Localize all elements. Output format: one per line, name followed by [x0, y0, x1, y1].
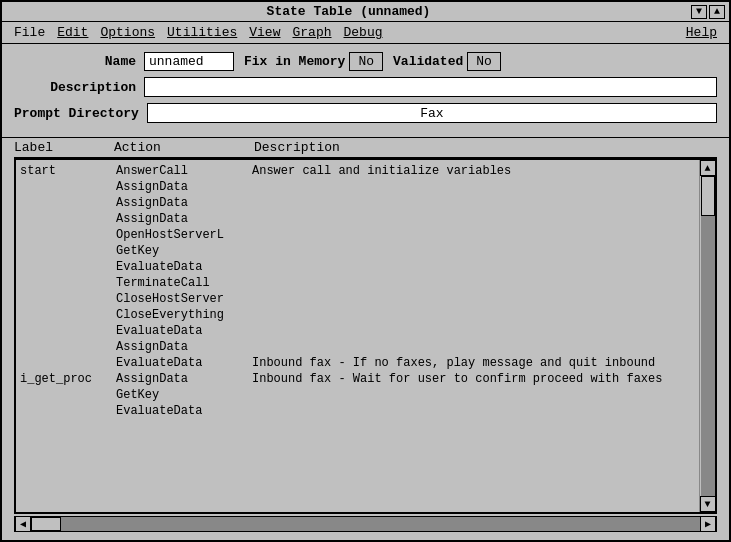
- table-row[interactable]: AssignData: [20, 180, 695, 196]
- menu-debug[interactable]: Debug: [338, 24, 389, 41]
- description-input[interactable]: [144, 77, 717, 97]
- table-row[interactable]: i_get_procAssignDataInbound fax - Wait f…: [20, 372, 695, 388]
- table-area: Label Action Description startAnswerCall…: [2, 138, 729, 540]
- table-row[interactable]: AssignData: [20, 340, 695, 356]
- menu-help[interactable]: Help: [680, 24, 723, 41]
- cell-action: EvaluateData: [116, 404, 252, 418]
- table-row[interactable]: TerminateCall: [20, 276, 695, 292]
- table-body[interactable]: startAnswerCallAnswer call and initializ…: [16, 160, 699, 512]
- table-row[interactable]: EvaluateData: [20, 260, 695, 276]
- cell-action: CloseHostServer: [116, 292, 252, 306]
- table-row[interactable]: EvaluateDataInbound fax - If no faxes, p…: [20, 356, 695, 372]
- table-row[interactable]: startAnswerCallAnswer call and initializ…: [20, 164, 695, 180]
- title-controls: ▼ ▲: [691, 5, 725, 19]
- hscroll-right-button[interactable]: ▶: [700, 516, 716, 532]
- cell-action: AssignData: [116, 180, 252, 194]
- description-row: Description: [14, 77, 717, 97]
- table-header: Label Action Description: [14, 138, 717, 158]
- scroll-down-button[interactable]: ▼: [700, 496, 716, 512]
- table-row[interactable]: CloseEverything: [20, 308, 695, 324]
- cell-label: start: [20, 164, 116, 178]
- cell-action: GetKey: [116, 388, 252, 402]
- hscroll-track[interactable]: [31, 517, 700, 531]
- scroll-track[interactable]: [701, 176, 715, 496]
- cell-action: AssignData: [116, 212, 252, 226]
- cell-description: Inbound fax - If no faxes, play message …: [252, 356, 695, 370]
- table-row[interactable]: GetKey: [20, 388, 695, 404]
- cell-action: AssignData: [116, 340, 252, 354]
- table-row[interactable]: EvaluateData: [20, 324, 695, 340]
- table-row[interactable]: AssignData: [20, 212, 695, 228]
- table-row[interactable]: CloseHostServer: [20, 292, 695, 308]
- scroll-up-button[interactable]: ▲: [700, 160, 716, 176]
- table-row[interactable]: EvaluateData: [20, 404, 695, 420]
- cell-action: CloseEverything: [116, 308, 252, 322]
- cell-label: i_get_proc: [20, 372, 116, 386]
- hscroll-thumb[interactable]: [31, 517, 61, 531]
- scroll-thumb[interactable]: [701, 176, 715, 216]
- fix-memory-button[interactable]: No: [349, 52, 383, 71]
- main-window: State Table (unnamed) ▼ ▲ File Edit Opti…: [0, 0, 731, 542]
- table-body-wrapper: startAnswerCallAnswer call and initializ…: [14, 158, 717, 514]
- cell-action: OpenHostServerL: [116, 228, 252, 242]
- menu-file[interactable]: File: [8, 24, 51, 41]
- table-row[interactable]: GetKey: [20, 244, 695, 260]
- col-header-label: Label: [14, 140, 114, 155]
- window-title: State Table (unnamed): [6, 4, 691, 19]
- cell-description: Inbound fax - Wait for user to confirm p…: [252, 372, 695, 386]
- name-row: Name Fix in Memory No Validated No: [14, 52, 717, 71]
- horizontal-scrollbar[interactable]: ◀ ▶: [14, 516, 717, 532]
- col-header-description: Description: [254, 140, 717, 155]
- cell-description: Answer call and initialize variables: [252, 164, 695, 178]
- menu-bar: File Edit Options Utilities View Graph D…: [2, 22, 729, 44]
- cell-action: AssignData: [116, 196, 252, 210]
- prompt-input[interactable]: [147, 103, 717, 123]
- validated-label: Validated: [393, 54, 463, 69]
- menu-edit[interactable]: Edit: [51, 24, 94, 41]
- description-label: Description: [14, 80, 144, 95]
- cell-action: EvaluateData: [116, 260, 252, 274]
- fix-memory-label: Fix in Memory: [244, 54, 345, 69]
- table-row[interactable]: OpenHostServerL: [20, 228, 695, 244]
- menu-utilities[interactable]: Utilities: [161, 24, 243, 41]
- form-area: Name Fix in Memory No Validated No Descr…: [2, 44, 729, 138]
- validated-button[interactable]: No: [467, 52, 501, 71]
- prompt-label: Prompt Directory: [14, 106, 147, 121]
- cell-action: EvaluateData: [116, 324, 252, 338]
- vertical-scrollbar[interactable]: ▲ ▼: [699, 160, 715, 512]
- cell-action: GetKey: [116, 244, 252, 258]
- menu-graph[interactable]: Graph: [286, 24, 337, 41]
- cell-action: AssignData: [116, 372, 252, 386]
- name-input[interactable]: [144, 52, 234, 71]
- menu-view[interactable]: View: [243, 24, 286, 41]
- table-row[interactable]: AssignData: [20, 196, 695, 212]
- cell-action: TerminateCall: [116, 276, 252, 290]
- cell-action: AnswerCall: [116, 164, 252, 178]
- minimize-button[interactable]: ▼: [691, 5, 707, 19]
- maximize-button[interactable]: ▲: [709, 5, 725, 19]
- name-label: Name: [14, 54, 144, 69]
- cell-action: EvaluateData: [116, 356, 252, 370]
- col-header-action: Action: [114, 140, 254, 155]
- prompt-row: Prompt Directory: [14, 103, 717, 123]
- menu-options[interactable]: Options: [94, 24, 161, 41]
- hscroll-left-button[interactable]: ◀: [15, 516, 31, 532]
- title-bar: State Table (unnamed) ▼ ▲: [2, 2, 729, 22]
